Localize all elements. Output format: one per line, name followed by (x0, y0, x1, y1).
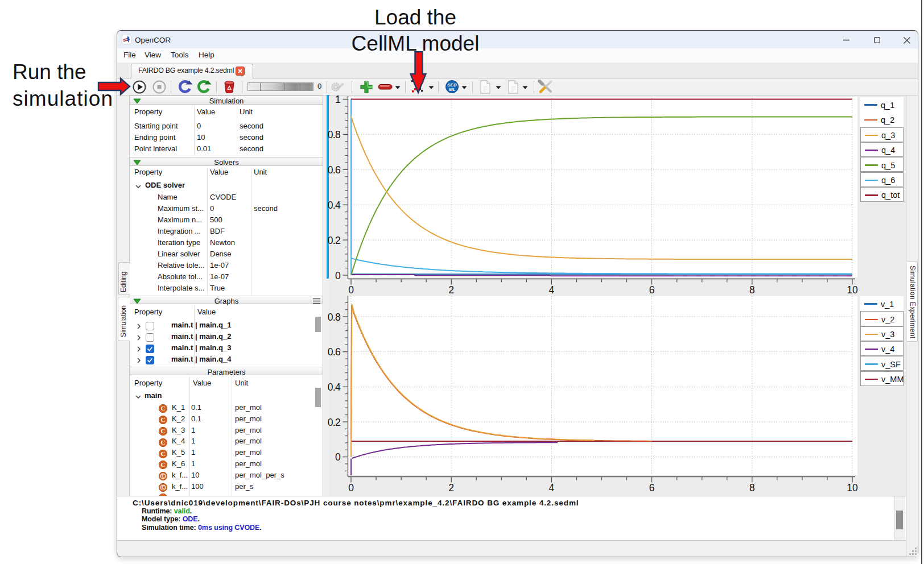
svg-text:10: 10 (847, 482, 858, 494)
svg-text:2: 2 (448, 284, 454, 296)
svg-text:C: C (161, 450, 166, 457)
svg-text:0.2: 0.2 (328, 417, 340, 428)
svg-text:C: C (161, 405, 166, 412)
svg-text:0: 0 (348, 284, 354, 296)
svg-text:4: 4 (549, 284, 555, 296)
svg-text:C: C (161, 428, 166, 434)
svg-text:0.6: 0.6 (328, 164, 340, 176)
svg-text:ML: ML (449, 87, 456, 92)
svg-text:C: C (161, 416, 166, 423)
svg-text:0: 0 (348, 482, 354, 494)
svg-text:0.8: 0.8 (328, 312, 340, 323)
svg-text:6: 6 (649, 482, 655, 494)
svg-text:0: 0 (335, 451, 341, 463)
svg-text:0.6: 0.6 (328, 346, 340, 358)
svg-text:C: C (161, 439, 166, 446)
svg-text:C: C (161, 461, 166, 468)
svg-text:8: 8 (749, 482, 755, 494)
svg-text:0.4: 0.4 (328, 200, 341, 211)
svg-text:2: 2 (448, 482, 454, 494)
svg-text:0: 0 (335, 270, 341, 281)
svg-text:C: C (162, 474, 164, 479)
svg-text:0.4: 0.4 (328, 381, 341, 393)
svg-text:C: C (162, 485, 164, 490)
svg-text:0.2: 0.2 (328, 235, 340, 246)
svg-text:0.8: 0.8 (328, 129, 340, 140)
svg-text:8: 8 (749, 284, 755, 296)
svg-text:4: 4 (549, 482, 555, 494)
svg-text:1: 1 (335, 94, 340, 105)
svg-text:6: 6 (649, 284, 655, 296)
svg-text:10: 10 (847, 284, 858, 296)
